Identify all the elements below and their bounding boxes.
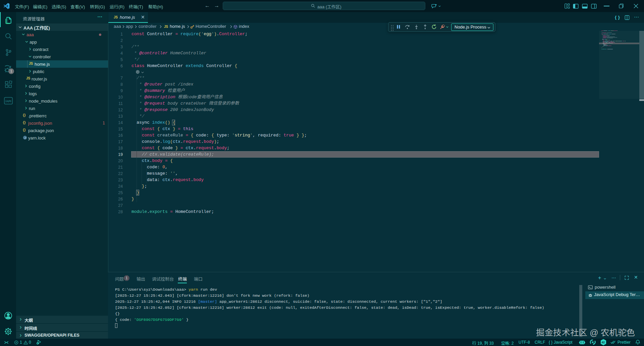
svg-text:42: 42 xyxy=(602,341,605,344)
svg-text:/API: /API xyxy=(5,100,11,103)
